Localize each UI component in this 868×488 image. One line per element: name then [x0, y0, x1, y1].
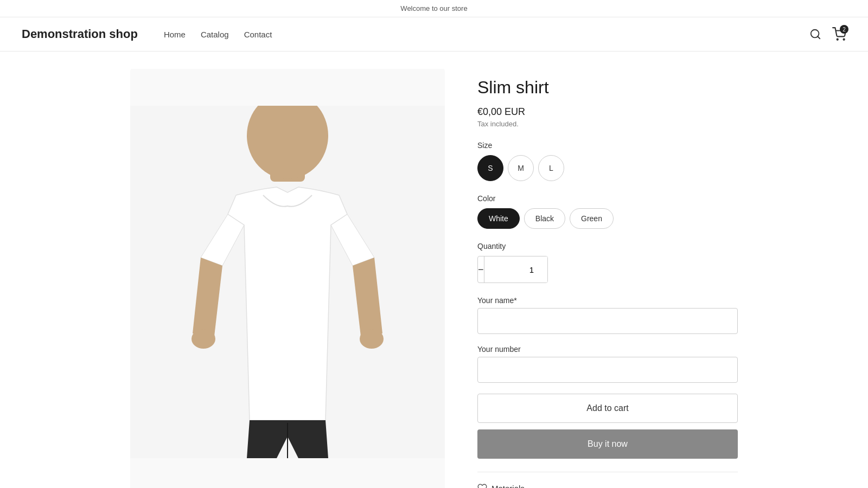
main-nav: Home Catalog Contact	[164, 30, 272, 39]
materials-section: Materials ⌄	[477, 472, 738, 488]
svg-point-7	[192, 329, 215, 349]
svg-point-8	[360, 329, 384, 349]
materials-icon	[477, 483, 487, 488]
size-btn-s[interactable]: S	[477, 155, 503, 181]
product-title: Slim shirt	[477, 78, 738, 98]
logo[interactable]: Demonstration shop	[22, 27, 138, 41]
materials-label: Materials	[492, 484, 525, 489]
quantity-decrease-button[interactable]: −	[478, 256, 484, 282]
announcement-text: Welcome to our store	[400, 4, 467, 12]
size-options: S M L	[477, 155, 738, 181]
color-options: White Black Green	[477, 208, 738, 229]
search-button[interactable]	[807, 26, 824, 42]
header: Demonstration shop Home Catalog Contact …	[0, 17, 868, 52]
color-btn-black[interactable]: Black	[524, 208, 565, 229]
nav-contact[interactable]: Contact	[244, 30, 272, 39]
svg-point-3	[844, 39, 845, 40]
product-image-container	[130, 69, 445, 488]
quantity-control: − +	[477, 256, 548, 283]
svg-line-1	[818, 36, 820, 38]
header-icons: 2	[807, 26, 846, 42]
tax-info: Tax included.	[477, 120, 738, 128]
quantity-label: Quantity	[477, 242, 738, 251]
size-label: Size	[477, 141, 738, 150]
your-number-input[interactable]	[477, 357, 738, 383]
cart-button[interactable]: 2	[832, 27, 846, 41]
buy-now-button[interactable]: Buy it now	[477, 429, 738, 459]
materials-header[interactable]: Materials ⌄	[477, 481, 738, 488]
product-image	[130, 106, 445, 458]
color-btn-white[interactable]: White	[477, 208, 520, 229]
quantity-input[interactable]	[484, 256, 548, 282]
your-number-label: Your number	[477, 345, 738, 354]
main-content: Slim shirt €0,00 EUR Tax included. Size …	[108, 52, 760, 488]
svg-point-2	[837, 39, 838, 40]
color-btn-green[interactable]: Green	[570, 208, 614, 229]
chevron-down-icon: ⌄	[731, 484, 738, 488]
add-to-cart-button[interactable]: Add to cart	[477, 394, 738, 423]
your-name-input[interactable]	[477, 308, 738, 334]
color-label: Color	[477, 194, 738, 203]
product-price: €0,00 EUR	[477, 106, 738, 118]
search-icon	[809, 28, 821, 40]
cart-badge: 2	[840, 25, 848, 34]
nav-home[interactable]: Home	[164, 30, 186, 39]
announcement-bar: Welcome to our store	[0, 0, 868, 17]
product-details: Slim shirt €0,00 EUR Tax included. Size …	[477, 69, 738, 488]
size-btn-m[interactable]: M	[508, 155, 534, 181]
your-name-label: Your name*	[477, 296, 738, 305]
product-svg	[130, 106, 445, 458]
size-btn-l[interactable]: L	[538, 155, 564, 181]
nav-catalog[interactable]: Catalog	[201, 30, 229, 39]
